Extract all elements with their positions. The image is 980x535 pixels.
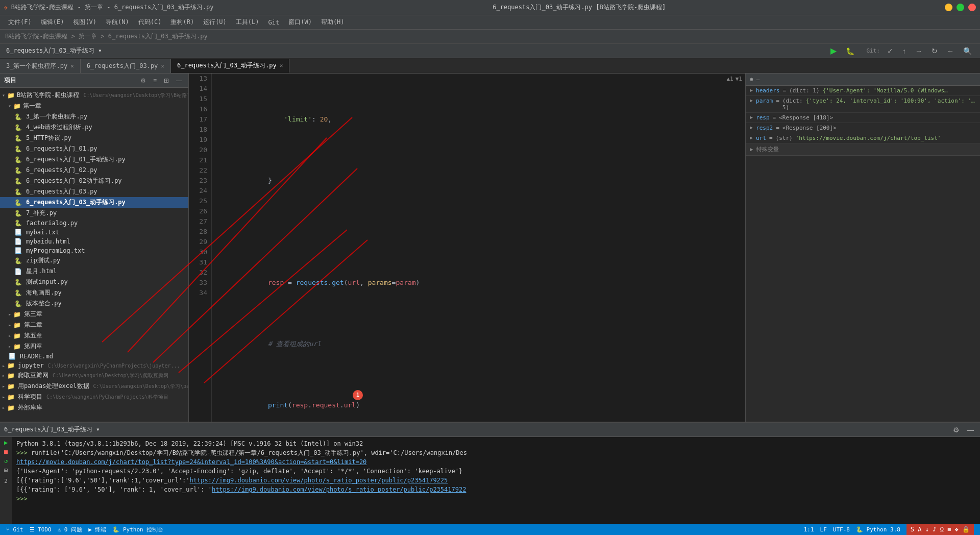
terminal-img-link1[interactable]: https://img9.doubanio.com/view/photo/s_r… (190, 477, 448, 484)
tree-item-file16[interactable]: 📄星月.html (0, 266, 188, 277)
menu-view[interactable]: 视图(V) (69, 16, 101, 28)
tree-item-file8[interactable]: 🐍6_requests入门_03.py (0, 186, 188, 197)
status-python-version[interactable]: 🐍 Python 3.8 (856, 526, 900, 533)
tab-requests-03-exercise[interactable]: 6_requests入门_03_动手练习.py ✕ (171, 59, 289, 73)
tree-item-file3[interactable]: 🐍5_HTTP协议.py (0, 133, 188, 143)
git-back-button[interactable]: ← (945, 46, 956, 56)
special-vars-section[interactable]: ▶ 特殊变量 (746, 143, 980, 156)
status-line-col[interactable]: 1:1 (804, 526, 814, 533)
path-text: B站路飞学院-爬虫课程 > 第一章 > 6_requests入门_03_动手练习… (5, 32, 208, 41)
menu-edit[interactable]: 编辑(E) (37, 16, 68, 28)
sidebar-settings[interactable]: ⚙ (138, 76, 148, 85)
tree-item-chapter3[interactable]: ▸📁第三章 (0, 309, 188, 320)
code-content[interactable]: 'limit': 20, } resp = requests.get(url, … (212, 74, 745, 422)
tree-item-file4[interactable]: 🐍6_requests入门_01.py (0, 143, 188, 154)
tree-item-file18[interactable]: 🐍海龟画图.py (0, 287, 188, 298)
tree-item-file19[interactable]: 🐍版本整合.py (0, 298, 188, 309)
tab-label: 6_requests入门_03_动手练习.py (177, 61, 277, 70)
tree-item-pandas[interactable]: ▸📁用pandas处理excel数据C:\Users\wangxin\Deskt… (0, 381, 188, 392)
tree-item-file6[interactable]: 🐍6_requests入门_02.py (0, 165, 188, 176)
menu-help[interactable]: 帮助(H) (317, 16, 349, 28)
tab-close-exercise[interactable]: ✕ (280, 62, 283, 69)
git-arrow-up-button[interactable]: ↑ (900, 46, 908, 56)
tree-item-chapter4[interactable]: ▸📁第四章 (0, 341, 188, 352)
git-toolbar: 6_requests入门_03_动手练习 ▾ ▶ 🐛 Git: ✓ ↑ → ↻ … (0, 44, 980, 58)
tab-close-requests[interactable]: ✕ (161, 63, 164, 69)
git-check-button[interactable]: ✓ (885, 46, 895, 56)
tree-item-jupyter[interactable]: ▸📁jupyterC:\Users\wangxin\PyCharmProject… (0, 361, 188, 370)
sidebar-collapse[interactable]: — (174, 76, 184, 85)
tree-item-file10[interactable]: 🐍7_补充.py (0, 208, 188, 218)
tree-item-chapter5[interactable]: ▸📁第五章 (0, 330, 188, 341)
tab-crawler-program[interactable]: 3_第一个爬虫程序.py ✕ (0, 59, 81, 73)
status-problems[interactable]: ⚠ 0 问题 (58, 526, 83, 533)
settings-icon[interactable]: ⚙ (750, 76, 753, 83)
tree-item-root[interactable]: ▾ 📁 B站路飞学院-爬虫课程 C:\Users\wangxin\Desktop… (0, 90, 188, 101)
tree-item-file17[interactable]: 🐍测试input.py (0, 277, 188, 287)
status-python-console[interactable]: 🐍 Python 控制台 (112, 526, 163, 533)
terminal-output[interactable]: Python 3.8.1 (tags/v3.8.1:1b293b6, Dec 1… (12, 437, 980, 524)
minimize-button[interactable] (945, 4, 952, 11)
sidebar-toolbar: 项目 ⚙ ≡ ⊞ — (0, 74, 188, 88)
tab-requests-03[interactable]: 6_requests入门_03.py ✕ (81, 59, 171, 73)
tree-item-readme[interactable]: 📃README.md (0, 352, 188, 361)
tree-item-chapter1[interactable]: ▾ 📁 第一章 (0, 101, 188, 111)
tree-item-file11[interactable]: 🐍factorialog.py (0, 218, 188, 228)
tree-item-file2[interactable]: 🐍4_web请求过程剖析.py (0, 122, 188, 133)
status-git[interactable]: ⑂ Git (6, 526, 23, 533)
menu-file[interactable]: 文件(F) (4, 16, 36, 28)
code-line-17: # 查看组成的url (220, 329, 737, 359)
tree-item-file12[interactable]: 📃mybai.txt (0, 228, 188, 237)
code-editor[interactable]: 13 14 15 16 17 18 19 20 21 22 23 24 25 2… (189, 74, 745, 422)
tree-item-file15[interactable]: 🐍zip测试.py (0, 255, 188, 266)
menu-code[interactable]: 代码(C) (134, 16, 166, 28)
menu-run[interactable]: 运行(U) (199, 16, 231, 28)
tree-item-science[interactable]: ▸📁科学项目C:\Users\wangxin\PyCharmProjects\科… (0, 392, 188, 402)
tree-item-file5[interactable]: 🐍6_requests入门_01_手动练习.py (0, 154, 188, 165)
content-row: 项目 ⚙ ≡ ⊞ — ▾ 📁 B站路飞学院-爬虫课程 C:\Users\wang… (0, 74, 980, 422)
tree-item-extlib[interactable]: ▸📁外部库库 (0, 402, 188, 413)
run-button[interactable]: ▶ (828, 45, 839, 57)
tab-label: 3_第一个爬虫程序.py (6, 62, 67, 70)
menu-window[interactable]: 窗口(W) (284, 16, 316, 28)
minus-icon[interactable]: — (756, 76, 760, 83)
stop-icon[interactable]: ■ (4, 448, 8, 455)
git-search-button[interactable]: 🔍 (961, 46, 974, 56)
menu-navigate[interactable]: 导航(N) (102, 16, 133, 28)
tree-item-file13[interactable]: 📄mybaidu.html (0, 237, 188, 246)
sidebar-layout[interactable]: ≡ (151, 76, 159, 85)
tab-close-crawler[interactable]: ✕ (70, 63, 74, 69)
run-config-label[interactable]: 6_requests入门_03_动手练习 ▾ (6, 46, 102, 55)
git-arrow-right-button[interactable]: → (913, 46, 924, 56)
status-line-sep[interactable]: LF (820, 526, 827, 533)
code-line-15 (220, 227, 737, 237)
tree-item-douban[interactable]: ▸📁爬取豆瓣网C:\Users\wangxin\Desktop\学习\爬取豆瓣网 (0, 370, 188, 381)
menu-tools[interactable]: 工具(L) (232, 16, 263, 28)
git-refresh-button[interactable]: ↻ (929, 46, 940, 56)
debug-button[interactable]: 🐛 (844, 46, 856, 56)
run-icon[interactable]: ▶ (4, 439, 8, 446)
terminal-img-link2[interactable]: https://img9.doubanio.com/view/photo/s_r… (212, 486, 467, 493)
editor-tabs: 3_第一个爬虫程序.py ✕ 6_requests入门_03.py ✕ 6_re… (0, 58, 980, 74)
tree-item-chapter2[interactable]: ▸📁第二章 (0, 320, 188, 330)
tree-item-file14[interactable]: 📃myProgramLog.txt (0, 246, 188, 255)
status-right-icons: S A ↓ ♪ Ω ≡ ❖ 🔒 (906, 524, 974, 535)
status-terminal-tab[interactable]: ▶ 终端 (88, 526, 106, 533)
rerun-icon[interactable]: ↺ (4, 457, 8, 465)
status-todo[interactable]: ☰ TODO (30, 526, 52, 533)
tree-item-file1[interactable]: 🐍3_第一个爬虫程序.py (0, 111, 188, 122)
terminal-settings[interactable]: ⚙ (951, 425, 962, 435)
menu-refactor[interactable]: 重构(R) (166, 16, 198, 28)
menu-git[interactable]: Git (264, 17, 284, 28)
tree-item-file7[interactable]: 🐍6_requests入门_02动手练习.py (0, 176, 188, 186)
terminal-url-link[interactable]: https://movie.douban.com/j/chart/top_lis… (16, 458, 366, 466)
terminal-close[interactable]: — (965, 425, 976, 435)
tree-item-file9-active[interactable]: 🐍6_requests入门_03_动手练习.py (0, 197, 188, 208)
maximize-button[interactable] (957, 4, 964, 11)
close-button[interactable] (968, 4, 976, 11)
titlebar: ✈ B站路飞学院-爬虫课程 - 第一章 - 6_requests入门_03_动手… (0, 0, 980, 15)
status-encoding[interactable]: UTF-8 (833, 526, 850, 533)
terminal-url-output: https://movie.douban.com/j/chart/top_lis… (16, 457, 976, 467)
code-line-14: } (220, 165, 737, 196)
sidebar-expand-all[interactable]: ⊞ (162, 76, 171, 85)
